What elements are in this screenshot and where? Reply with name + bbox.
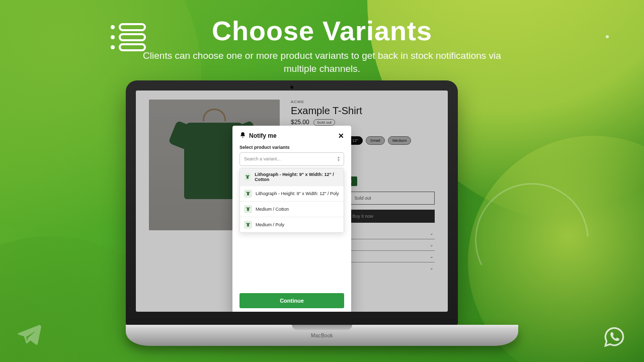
svg-rect-0: [120, 24, 145, 30]
variant-search-input[interactable]: Search a variant... ▴▾: [239, 152, 344, 166]
notify-modal: Notify me ✕ Select product variants Sear…: [232, 126, 351, 312]
laptop-mock: ACME Example T-Shirt $25.00 Sold out Siz…: [126, 80, 518, 346]
svg-point-4: [111, 35, 115, 39]
variant-option[interactable]: Lithograph - Height: 9" x Width: 12" / P…: [240, 186, 344, 201]
camera-dot: [290, 85, 294, 89]
tshirt-icon: [244, 173, 251, 181]
tshirt-icon: [244, 205, 252, 213]
laptop-label: MacBook: [311, 333, 333, 338]
variant-option[interactable]: Medium / Poly: [240, 217, 344, 232]
updown-icon: ▴▾: [338, 156, 340, 162]
svg-rect-1: [120, 34, 145, 40]
hero-subtitle: Clients can choose one or more product v…: [141, 49, 503, 75]
whatsapp-icon: [602, 324, 627, 351]
svg-point-5: [111, 45, 115, 49]
tshirt-icon: [244, 221, 252, 229]
variant-option[interactable]: Lithograph - Height: 9" x Width: 12" / C…: [240, 168, 344, 186]
svg-point-3: [111, 25, 115, 29]
modal-title: Notify me: [249, 132, 277, 139]
hero-title: Choose Variants: [0, 15, 644, 46]
continue-button[interactable]: Continue: [239, 293, 344, 308]
variant-option[interactable]: Medium / Cotton: [240, 201, 344, 217]
telegram-icon: [15, 321, 43, 351]
search-placeholder: Search a variant...: [244, 156, 281, 161]
modal-section-label: Select product variants: [239, 145, 344, 150]
tshirt-icon: [244, 190, 252, 198]
hero: Choose Variants Clients can choose one o…: [0, 15, 644, 75]
bell-icon: [239, 132, 246, 140]
close-button[interactable]: ✕: [338, 132, 344, 139]
variant-dropdown: Lithograph - Height: 9" x Width: 12" / C…: [239, 168, 344, 233]
